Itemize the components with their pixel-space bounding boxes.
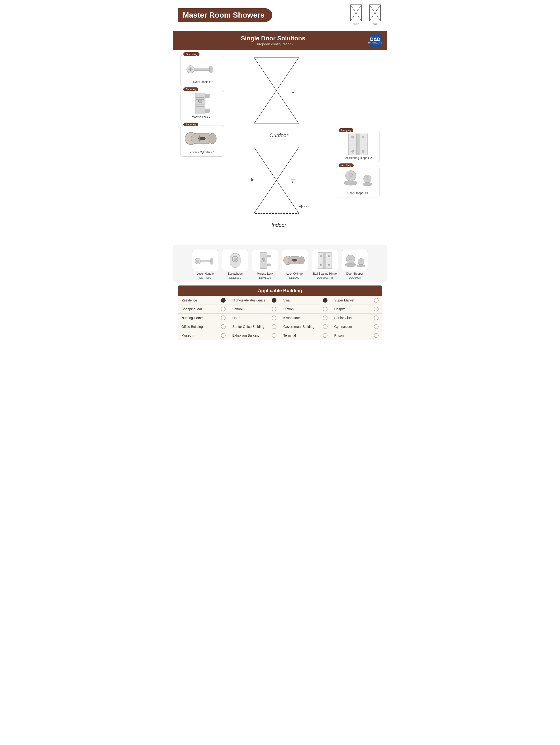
ab-cell-label-3: Super Market bbox=[334, 298, 354, 302]
svg-rect-11 bbox=[209, 66, 212, 73]
lever-handle-card: Operating Lever Handle x 2 bbox=[180, 55, 224, 86]
mortise-lock-label: Mortise Lock x 1 bbox=[183, 116, 222, 119]
product-door-stopper-svg2 bbox=[343, 252, 367, 269]
hinge-img bbox=[338, 133, 377, 155]
ab-indicator-9 bbox=[272, 316, 276, 320]
ab-indicator-15 bbox=[374, 324, 378, 329]
product-lock-cylinder-name: Lock Cylinder bbox=[287, 272, 304, 276]
ab-cell-9: Hotel bbox=[229, 314, 280, 322]
ab-indicator-4 bbox=[221, 307, 226, 312]
product-lever-handle-svg bbox=[195, 252, 216, 269]
securing-tag-1: Securing bbox=[183, 88, 198, 91]
banner-subtitle: (European configuration) bbox=[178, 42, 368, 46]
push-door-container: push bbox=[349, 4, 363, 26]
ab-indicator-19 bbox=[374, 333, 378, 338]
product-lever-handle-code: DDTH001 bbox=[199, 276, 211, 279]
svg-point-83 bbox=[349, 257, 352, 260]
ab-indicator-5 bbox=[272, 307, 276, 312]
dd-logo-subtext: HARDWARE bbox=[368, 42, 382, 44]
ab-cell-label-19: Prison bbox=[334, 333, 344, 337]
product-escutcheon-code: DDES001 bbox=[229, 276, 241, 279]
outdoor-door-svg bbox=[249, 55, 308, 131]
securing-tag-2: Securing bbox=[183, 123, 198, 126]
svg-rect-10 bbox=[194, 68, 210, 70]
product-lock-cylinder: Lock Cylinder DDLC007 bbox=[282, 250, 308, 279]
privacy-cylinder-card: Securing Privacy Cylinder x 1 bbox=[180, 125, 224, 157]
stopper-card: Ancillary Door Stopper x1 bbox=[336, 166, 380, 197]
product-lever-handle-name: Lever Handle bbox=[197, 272, 213, 276]
ab-cell-15: Gymnasium bbox=[331, 322, 382, 331]
ab-cell-label-4: Shopping Mall bbox=[182, 307, 203, 311]
ab-cell-label-15: Gymnasium bbox=[334, 325, 352, 329]
ab-cell-label-8: Nursing Home bbox=[182, 316, 203, 320]
ab-indicator-13 bbox=[272, 324, 276, 329]
ab-indicator-8 bbox=[221, 316, 226, 320]
svg-rect-76 bbox=[324, 253, 326, 269]
svg-point-57 bbox=[196, 260, 199, 262]
svg-point-55 bbox=[366, 176, 369, 180]
svg-rect-19 bbox=[196, 97, 204, 98]
ab-indicator-18 bbox=[323, 333, 328, 338]
svg-rect-22 bbox=[196, 106, 204, 107]
svg-rect-27 bbox=[199, 136, 200, 141]
svg-point-80 bbox=[328, 264, 330, 266]
ab-indicator-17 bbox=[272, 333, 276, 338]
push-door-icon bbox=[349, 4, 363, 21]
svg-rect-66 bbox=[267, 264, 270, 266]
ab-cell-16: Museum bbox=[178, 331, 229, 340]
ab-cell-label-2: Vliia bbox=[283, 298, 290, 302]
product-lock-cylinder-code: DDLC007 bbox=[289, 276, 301, 279]
ab-cell-label-11: Senior Club bbox=[334, 316, 352, 320]
ab-cell-label-5: School bbox=[232, 307, 243, 311]
privacy-cylinder-label: Privacy Cylinder x 1 bbox=[183, 151, 222, 154]
product-mortise-lock-svg2 bbox=[259, 252, 272, 269]
svg-rect-21 bbox=[196, 104, 204, 105]
ab-indicator-2 bbox=[323, 298, 328, 303]
product-hinge-name: Ball Bearing Hinge bbox=[313, 272, 336, 276]
ab-indicator-1 bbox=[272, 298, 276, 303]
ab-cell-label-0: Residence bbox=[182, 298, 197, 302]
product-escutcheon: Escutcheon DDES001 bbox=[222, 250, 248, 279]
svg-point-48 bbox=[362, 136, 364, 138]
ab-indicator-7 bbox=[374, 307, 378, 312]
push-label: push bbox=[353, 22, 359, 26]
ab-cell-2: Vliia bbox=[280, 296, 331, 305]
ab-indicator-10 bbox=[323, 316, 328, 320]
privacy-cylinder-img bbox=[183, 128, 222, 149]
ab-cell-label-13: Senior Office Building bbox=[232, 325, 264, 329]
product-row: Lever Handle DDTH001 Escutcheon DDES001 bbox=[173, 245, 387, 282]
svg-point-47 bbox=[352, 150, 354, 153]
ab-cell-19: Prison bbox=[331, 331, 382, 340]
applicable-building-header: Applicable Building bbox=[178, 286, 382, 296]
hinge-svg bbox=[346, 133, 370, 155]
product-mortise-lock: Mortise Lock DDML016 bbox=[252, 250, 278, 279]
diagram-area: Operating Lever Handle x 2 Securing bbox=[173, 50, 387, 245]
ab-indicator-3 bbox=[374, 298, 378, 303]
indoor-door-svg bbox=[249, 145, 308, 221]
svg-point-77 bbox=[320, 255, 322, 257]
ab-cell-label-12: Office Building bbox=[182, 325, 203, 329]
header-title: Master Room Showers bbox=[183, 11, 265, 19]
svg-point-46 bbox=[352, 136, 354, 138]
svg-rect-18 bbox=[199, 101, 201, 103]
product-door-stopper: Door Stopper DDDS028 bbox=[342, 250, 368, 279]
ab-indicator-12 bbox=[221, 324, 226, 329]
svg-point-62 bbox=[234, 258, 236, 261]
product-hinge-code: DDSS003-FR bbox=[317, 276, 333, 279]
ab-cell-17: Exhibition Building bbox=[229, 331, 280, 340]
mortise-lock-svg bbox=[193, 93, 212, 114]
ab-indicator-14 bbox=[323, 324, 328, 329]
svg-rect-16 bbox=[205, 109, 209, 112]
svg-point-79 bbox=[328, 255, 330, 257]
ab-cell-0: Residence bbox=[178, 296, 229, 305]
svg-point-32 bbox=[292, 92, 294, 93]
lever-handle-img bbox=[183, 58, 222, 79]
ab-cell-6: Station bbox=[280, 305, 331, 314]
product-lever-handle-img bbox=[192, 250, 218, 271]
mortise-lock-img bbox=[183, 93, 222, 114]
ab-cell-12: Office Building bbox=[178, 322, 229, 331]
svg-rect-73 bbox=[292, 259, 297, 261]
banner: Single Door Solutions (European configur… bbox=[173, 31, 387, 50]
product-hinge-svg2 bbox=[317, 252, 333, 269]
svg-point-49 bbox=[362, 150, 364, 153]
